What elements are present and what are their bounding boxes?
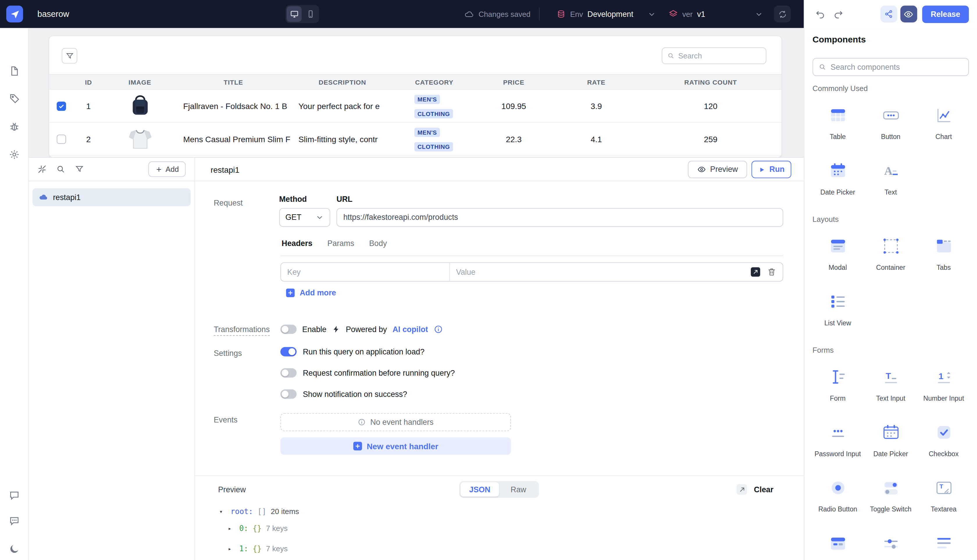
query-editor: restapi1 Preview Run Request Method URL … <box>195 158 804 560</box>
component-chart[interactable]: Chart <box>919 102 969 141</box>
delete-row-button[interactable] <box>767 267 776 277</box>
json-node-item[interactable]: 0: {} 7 keys <box>228 522 288 535</box>
component-button[interactable]: Button <box>865 102 916 141</box>
setting-notification: Show notification on success? <box>280 389 407 398</box>
method-select[interactable]: GET <box>279 208 330 227</box>
notification-toggle[interactable] <box>280 389 297 398</box>
component-text[interactable]: A Text <box>865 157 916 196</box>
component-date-picker-form[interactable]: Date Picker <box>865 419 916 458</box>
pages-button[interactable] <box>7 64 21 78</box>
table-widget[interactable]: ID IMAGE TITLE DESCRIPTION CATEGORY PRIC… <box>48 35 782 158</box>
header-key-input[interactable] <box>281 267 449 276</box>
component-text-input[interactable]: T Text Input <box>865 363 916 402</box>
query-run-button[interactable]: Run <box>751 161 791 178</box>
component-partial-2[interactable] <box>865 530 916 560</box>
add-query-button[interactable]: Add <box>148 162 185 177</box>
clear-preview-button[interactable]: Clear <box>754 476 774 503</box>
table-row[interactable]: 2 Mens Casual Premium Slim F Slim-fittin… <box>49 123 781 156</box>
app-logo[interactable] <box>6 5 23 22</box>
query-filter-button[interactable] <box>75 165 84 174</box>
desktop-icon <box>289 9 298 18</box>
column-header[interactable]: DESCRIPTION <box>291 78 394 86</box>
share-icon <box>884 9 893 18</box>
header-value-input[interactable] <box>450 267 751 276</box>
component-list-view[interactable]: List View <box>812 288 863 327</box>
tab-body[interactable]: Body <box>368 239 388 255</box>
json-node-item[interactable]: 1: {} 7 keys <box>228 543 288 555</box>
mobile-toggle[interactable] <box>303 6 318 22</box>
ai-copilot-link[interactable]: AI copilot <box>393 325 428 334</box>
query-list-item[interactable]: restapi1 <box>32 188 190 206</box>
debugger-button[interactable] <box>7 120 21 133</box>
settings-button[interactable] <box>7 148 21 162</box>
redo-button[interactable] <box>830 7 845 22</box>
tab-params[interactable]: Params <box>326 239 355 255</box>
triangle-icon[interactable] <box>219 508 226 515</box>
column-header[interactable]: CATEGORY <box>394 78 475 86</box>
component-tabs[interactable]: Tabs <box>919 232 969 272</box>
component-number-input[interactable]: 1 Number Input <box>919 363 969 402</box>
row-checkbox[interactable] <box>57 134 66 143</box>
components-search <box>812 58 969 76</box>
svg-text:T: T <box>885 371 890 381</box>
version-selector[interactable]: ver v1 <box>669 0 763 28</box>
run-on-load-toggle[interactable] <box>280 347 297 357</box>
query-preview-button[interactable]: Preview <box>688 161 747 178</box>
confirmation-toggle[interactable] <box>280 368 297 377</box>
component-toggle-switch[interactable]: Toggle Switch <box>865 474 916 513</box>
styles-button[interactable] <box>7 92 21 105</box>
row-checkbox[interactable] <box>57 101 66 110</box>
new-event-handler-button[interactable]: New event handler <box>280 437 511 455</box>
component-textarea[interactable]: T Textarea <box>919 474 969 513</box>
header-key-value-row <box>280 262 783 282</box>
component-table[interactable]: Table <box>812 102 863 141</box>
collapse-panel-button[interactable] <box>38 165 47 174</box>
add-more-button[interactable]: Add more <box>286 288 336 297</box>
query-title[interactable]: restapi1 <box>210 158 239 181</box>
table-search-input[interactable] <box>678 52 761 60</box>
component-password-input[interactable]: Password Input <box>812 419 863 458</box>
column-header[interactable]: ID <box>73 78 104 86</box>
json-node-root[interactable]: root: [] 20 items <box>219 505 299 518</box>
column-header[interactable]: PRICE <box>475 78 553 86</box>
format-raw-tab[interactable]: Raw <box>499 482 538 497</box>
triangle-icon[interactable] <box>228 525 235 531</box>
desktop-toggle[interactable] <box>287 6 302 22</box>
component-container[interactable]: Container <box>865 232 916 272</box>
query-search-button[interactable] <box>56 165 65 174</box>
expand-editor-button[interactable] <box>751 267 760 277</box>
column-header[interactable]: RATE <box>553 78 640 86</box>
component-partial-3[interactable] <box>919 530 969 560</box>
column-header[interactable]: TITLE <box>176 78 291 86</box>
component-radio-button[interactable]: Radio Button <box>812 474 863 513</box>
component-form[interactable]: Form <box>812 363 863 402</box>
component-date-picker[interactable]: Date Picker <box>812 157 863 196</box>
sync-button[interactable] <box>774 5 790 22</box>
format-json-tab[interactable]: JSON <box>460 482 499 497</box>
undo-button[interactable] <box>812 7 827 22</box>
expand-preview-button[interactable] <box>737 484 747 495</box>
component-partial-1[interactable] <box>812 530 863 560</box>
chat-button[interactable] <box>7 488 21 502</box>
transformations-toggle[interactable] <box>280 325 297 334</box>
info-icon[interactable] <box>433 325 443 334</box>
share-button[interactable] <box>880 5 897 22</box>
triangle-icon[interactable] <box>228 546 235 552</box>
table-row[interactable]: 1 Fjallraven - Foldsack No. 1 B Your per… <box>49 90 781 123</box>
url-input[interactable] <box>337 208 783 227</box>
cell-rate: 4.1 <box>553 134 640 143</box>
column-header[interactable]: RATING COUNT <box>640 78 781 86</box>
table-filter-button[interactable] <box>62 48 77 64</box>
environment-selector[interactable]: Env Development <box>557 0 656 28</box>
preview-app-button[interactable] <box>900 5 917 22</box>
column-header[interactable]: IMAGE <box>104 78 176 86</box>
components-search-input[interactable] <box>830 63 962 71</box>
query-list-header: Add <box>29 158 195 181</box>
component-modal[interactable]: Modal <box>812 232 863 272</box>
comments-button[interactable] <box>7 514 21 528</box>
component-checkbox[interactable]: Checkbox <box>919 419 969 458</box>
dark-mode-toggle[interactable] <box>7 542 21 556</box>
tab-headers[interactable]: Headers <box>280 239 313 255</box>
gear-icon <box>8 149 20 160</box>
release-button[interactable]: Release <box>922 5 969 23</box>
